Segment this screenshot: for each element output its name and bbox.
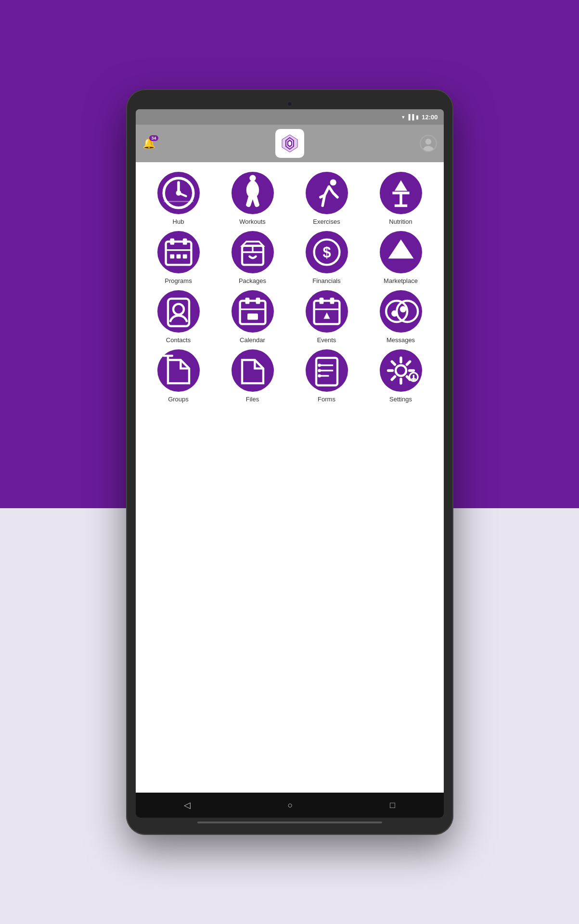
menu-item-marketplace[interactable]: Marketplace [366, 231, 436, 284]
app-header: 🔔 34 [136, 125, 444, 162]
svg-rect-31 [245, 297, 249, 304]
workouts-icon [232, 172, 274, 214]
packages-label: Packages [239, 277, 266, 284]
svg-marker-39 [323, 312, 330, 319]
svg-rect-17 [166, 242, 191, 265]
avatar-svg [421, 136, 436, 151]
menu-item-calendar[interactable]: Calendar [218, 290, 288, 344]
svg-point-42 [391, 310, 398, 317]
user-avatar[interactable] [420, 135, 437, 152]
menu-item-settings[interactable]: Settings [366, 349, 436, 403]
home-button[interactable]: ○ [288, 800, 293, 810]
svg-rect-22 [176, 254, 180, 258]
exercises-icon [306, 172, 348, 214]
menu-item-financials[interactable]: $Financials [292, 231, 362, 284]
svg-point-49 [318, 364, 321, 367]
contacts-icon [157, 290, 200, 333]
menu-item-groups[interactable]: Groups [143, 349, 214, 403]
svg-point-29 [173, 304, 184, 315]
menu-item-contacts[interactable]: Contacts [143, 290, 214, 344]
calendar-label: Calendar [240, 336, 265, 344]
svg-rect-36 [319, 297, 323, 304]
menu-item-hub[interactable]: Hub [143, 172, 214, 225]
wifi-icon: ▾ [402, 114, 405, 120]
svg-rect-34 [247, 313, 258, 320]
groups-label: Groups [168, 396, 189, 403]
events-icon [306, 290, 348, 333]
messages-icon [380, 290, 422, 333]
svg-point-51 [318, 374, 321, 378]
marketplace-icon [380, 231, 422, 273]
clock: 12:00 [422, 114, 437, 121]
messages-label: Messages [386, 336, 415, 344]
menu-item-nutrition[interactable]: Nutrition [366, 172, 436, 225]
contacts-label: Contacts [166, 336, 191, 344]
files-icon [232, 349, 274, 392]
menu-item-forms[interactable]: Forms [292, 349, 362, 403]
menu-item-workouts[interactable]: Workouts [218, 172, 288, 225]
groups-icon [157, 349, 200, 392]
svg-rect-30 [240, 301, 265, 324]
financials-icon: $ [306, 231, 348, 273]
financials-label: Financials [312, 277, 341, 284]
forms-label: Forms [318, 396, 335, 403]
forms-icon [306, 349, 348, 392]
files-label: Files [246, 396, 259, 403]
menu-item-packages[interactable]: Packages [218, 231, 288, 284]
home-indicator [197, 821, 382, 823]
menu-item-messages[interactable]: Messages [366, 290, 436, 344]
tablet-device: ▾ ▐▐ ▮ 12:00 🔔 34 [126, 89, 453, 835]
programs-icon [157, 231, 200, 273]
back-button[interactable]: ◁ [184, 800, 191, 810]
svg-rect-21 [170, 254, 174, 258]
tablet-screen: ▾ ▐▐ ▮ 12:00 🔔 34 [136, 109, 444, 818]
status-bar: ▾ ▐▐ ▮ 12:00 [136, 109, 444, 125]
svg-rect-23 [182, 254, 187, 258]
workouts-label: Workouts [239, 218, 266, 225]
svg-point-10 [176, 191, 181, 196]
logo-svg [279, 133, 300, 154]
packages-icon [232, 231, 274, 273]
svg-rect-32 [256, 297, 260, 304]
svg-point-50 [318, 369, 321, 372]
svg-rect-37 [330, 297, 334, 304]
svg-point-12 [249, 175, 256, 181]
svg-point-13 [330, 179, 336, 185]
svg-point-52 [396, 365, 406, 376]
svg-point-43 [399, 306, 406, 312]
app-content: HubWorkoutsExercisesNutritionProgramsPac… [136, 162, 444, 793]
settings-icon [380, 349, 422, 392]
menu-item-exercises[interactable]: Exercises [292, 172, 362, 225]
app-logo[interactable] [275, 129, 304, 158]
recent-button[interactable]: □ [390, 800, 395, 810]
calendar-icon [232, 290, 274, 333]
battery-icon: ▮ [416, 114, 419, 120]
svg-rect-18 [170, 238, 174, 244]
notification-bell-container[interactable]: 🔔 34 [142, 137, 155, 150]
notification-badge: 34 [149, 135, 158, 141]
menu-item-programs[interactable]: Programs [143, 231, 214, 284]
svg-marker-27 [388, 240, 413, 259]
signal-icon: ▐▐ [407, 114, 414, 120]
status-icons: ▾ ▐▐ ▮ [402, 114, 419, 120]
marketplace-label: Marketplace [384, 277, 418, 284]
hub-label: Hub [173, 218, 184, 225]
events-label: Events [317, 336, 336, 344]
dashboard-icon [157, 172, 200, 214]
programs-label: Programs [165, 277, 192, 284]
svg-point-5 [425, 139, 431, 144]
settings-label: Settings [389, 396, 412, 403]
nutrition-icon [380, 172, 422, 214]
exercises-label: Exercises [313, 218, 340, 225]
svg-text:$: $ [322, 244, 331, 261]
front-camera [287, 102, 292, 106]
menu-item-files[interactable]: Files [218, 349, 288, 403]
menu-grid: HubWorkoutsExercisesNutritionProgramsPac… [143, 172, 436, 403]
menu-item-events[interactable]: Events [292, 290, 362, 344]
svg-rect-19 [182, 238, 187, 244]
nutrition-label: Nutrition [389, 218, 412, 225]
nav-bar: ◁ ○ □ [136, 793, 444, 818]
